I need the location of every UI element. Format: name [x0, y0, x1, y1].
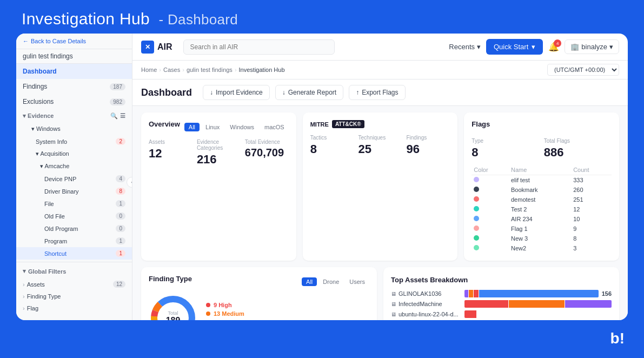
finding-type-tabs: All Drone Users	[302, 277, 369, 286]
user-icon: 🏢	[570, 43, 579, 51]
attck-badge: ATT&CK®	[332, 120, 364, 128]
overview-tab-macos[interactable]: macOS	[260, 123, 289, 131]
import-evidence-button[interactable]: ↓ Import Evidence	[203, 85, 270, 100]
finding-legend: 9 High 13 Medium 156 Low	[206, 302, 246, 320]
flags-table-row: demotest 251	[472, 195, 612, 204]
import-icon: ↓	[210, 89, 213, 96]
flag-color-dot	[474, 245, 479, 250]
asset-icon-2: 🖥	[391, 301, 396, 307]
sidebar-item-exclusions[interactable]: Exclusions 982	[16, 94, 132, 109]
generate-report-button[interactable]: ↓ Generate Report	[275, 85, 343, 100]
flag-count-cell: 260	[571, 185, 612, 195]
filter-icon[interactable]: ☰	[120, 112, 125, 120]
content-area: Overview All Linux Windows macOS Assets …	[132, 106, 628, 320]
filter-item-finding-type[interactable]: › Finding Type	[16, 290, 132, 302]
evidence-section-header[interactable]: ▾ Evidence 🔍 ☰	[16, 109, 132, 123]
tactics-label: Tactics	[310, 135, 354, 141]
tree-item-system-info[interactable]: System Info 2	[16, 135, 132, 148]
flag-name-cell: Test 2	[509, 204, 571, 214]
tree-item-shortcut[interactable]: Shortcut 1	[16, 247, 132, 260]
file-badge: 1	[116, 200, 125, 207]
flag-count-cell: 333	[571, 175, 612, 185]
glinolak-seg-3	[474, 290, 479, 297]
infected-bar	[464, 300, 612, 308]
overview-tab-linux[interactable]: Linux	[201, 123, 224, 131]
flag-color-dot	[474, 177, 479, 182]
flag-count-cell: 8	[571, 234, 612, 243]
overview-tabs: All Linux Windows macOS	[184, 123, 289, 131]
tree-item-old-file[interactable]: Old File 0	[16, 210, 132, 222]
sidebar-item-findings[interactable]: Findings 187	[16, 79, 132, 94]
tree-item-device-pnp[interactable]: Device PNP 4	[16, 173, 132, 185]
flag-name-cell: elif test	[509, 175, 571, 185]
logo-text: AIR	[157, 42, 172, 52]
flags-widget: Flags Type 8 Total Flags 886	[464, 112, 619, 261]
quick-start-button[interactable]: Quick Start ▾	[486, 39, 543, 55]
tree-item-file[interactable]: File 1	[16, 197, 132, 210]
top-assets-title: Top Assets Breakdown	[391, 276, 468, 284]
flag-color-cell	[472, 175, 509, 185]
recents-button[interactable]: Recents ▾	[449, 43, 481, 51]
overview-tab-all[interactable]: All	[184, 123, 200, 131]
tree-item-program[interactable]: Program 1	[16, 235, 132, 247]
mitre-logo: MITRE	[310, 121, 329, 128]
notifications-badge: 4	[554, 39, 561, 47]
flags-table: Color Name Count elif test 333 Bookmark …	[472, 165, 612, 253]
recents-chevron-icon: ▾	[477, 43, 481, 51]
flag-count-cell: 12	[571, 204, 612, 214]
main-container: ← Back to Case Details gulin test findin…	[16, 34, 628, 320]
search-input[interactable]	[183, 39, 335, 55]
name-col-header: Name	[509, 165, 571, 175]
back-to-case-link[interactable]: ← Back to Case Details	[16, 34, 132, 49]
sidebar: ← Back to Case Details gulin test findin…	[16, 34, 132, 320]
flags-table-row: elif test 333	[472, 175, 612, 185]
export-flags-button[interactable]: ↑ Export Flags	[349, 85, 405, 100]
flags-type-stat: Type 8	[472, 138, 539, 160]
asset-icon-3: 🖥	[391, 311, 396, 317]
mitre-widget: MITRE ATT&CK® Tactics 8 Techniques 25	[303, 112, 458, 261]
tree-item-acquisition[interactable]: ▾ Acquisition	[16, 148, 132, 160]
sidebar-item-dashboard[interactable]: Dashboard	[16, 64, 132, 79]
search-icon[interactable]: 🔍	[110, 112, 118, 120]
flag-name-cell: demotest	[509, 195, 571, 204]
timezone-select[interactable]: (UTC/GMT +00:00)	[547, 64, 619, 76]
medium-dot	[206, 311, 210, 316]
flag-count-cell: 10	[571, 214, 612, 224]
global-filters-arrow: ▾	[23, 268, 26, 275]
assets-label: Assets	[149, 139, 192, 145]
tree-item-windows[interactable]: ▾ Windows	[16, 123, 132, 135]
notifications-button[interactable]: 🔔 4	[548, 42, 559, 52]
finding-tab-users[interactable]: Users	[345, 277, 369, 286]
overview-tab-windows[interactable]: Windows	[225, 123, 258, 131]
top-nav: ✕ AIR Recents ▾ Quick Start ▾ 🔔 4 🏢	[132, 34, 628, 61]
flag-color-cell	[472, 204, 509, 214]
flag-name-cell: New2	[509, 243, 571, 253]
flags-table-row: Flag 1 9	[472, 224, 612, 234]
tree-item-driver-binary[interactable]: Driver Binary 8	[16, 185, 132, 197]
donut-total: Total 189	[166, 310, 181, 320]
filter-item-flag[interactable]: › Flag	[16, 302, 132, 314]
legend-medium: 13 Medium	[206, 310, 246, 317]
donut-chart: Total 189	[149, 294, 197, 320]
total-evidence-value: 670,709	[245, 147, 289, 159]
assets-value: 12	[149, 147, 192, 161]
breadcrumb-case-name[interactable]: gulin test findings	[187, 67, 233, 73]
tree-item-old-program[interactable]: Old Program 0	[16, 222, 132, 235]
old-program-badge: 0	[116, 225, 125, 232]
export-icon: ↑	[356, 89, 359, 96]
tree-item-amcache[interactable]: ▾ Amcache	[16, 160, 132, 173]
flags-type-value: 8	[472, 145, 539, 160]
breadcrumb-cases[interactable]: Cases	[163, 67, 180, 73]
page-header: Investigation Hub - Dashboard	[0, 0, 644, 34]
breadcrumb-home[interactable]: Home	[141, 67, 157, 73]
logo-area: ✕ AIR	[141, 41, 172, 54]
sidebar-divider	[16, 262, 132, 262]
user-menu-button[interactable]: 🏢 binalyze ▾	[565, 39, 619, 54]
filter-item-assets[interactable]: › Assets 12	[16, 278, 132, 290]
flags-table-row: New 3 8	[472, 234, 612, 243]
flags-title: Flags	[472, 120, 490, 128]
finding-tab-all[interactable]: All	[302, 277, 317, 286]
dashboard-header: Dashboard ↓ Import Evidence ↓ Generate R…	[132, 79, 628, 106]
top-widgets-row: Overview All Linux Windows macOS Assets …	[141, 112, 619, 261]
finding-tab-drone[interactable]: Drone	[318, 277, 343, 286]
